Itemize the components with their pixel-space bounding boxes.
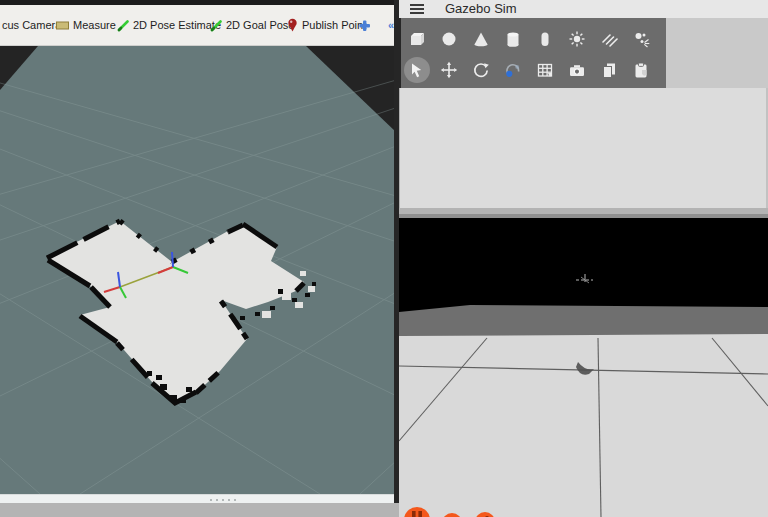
cone-tool-button[interactable] [471,29,491,49]
gazebo-toolbar [401,18,666,88]
sun-icon [567,29,587,49]
focus-camera-label: cus Camera [2,19,61,31]
shape-tools-row [407,29,651,49]
screenshot-tool-button[interactable] [567,60,587,80]
rviz-toolbar: cus Camera Measure 2D Pose Estimate 2D G… [0,5,397,46]
directional-light-button[interactable] [599,29,619,49]
measure-button[interactable]: Measure [56,5,116,45]
goal-pose-button[interactable]: 2D Goal Pose [209,5,294,45]
gazebo-panel-divider[interactable] [399,208,768,218]
hamburger-icon[interactable] [410,4,424,14]
pause-icon [412,511,416,517]
view-angle-tool-button[interactable] [503,60,523,80]
rotate-tool-button[interactable] [471,60,491,80]
pose-estimate-label: 2D Pose Estimate [133,19,221,31]
gazebo-empty-panel [399,88,768,208]
green-arrow-icon [116,19,129,32]
goal-pose-label: 2D Goal Pose [226,19,294,31]
capsule-tool-button[interactable] [535,29,555,49]
camera-icon [567,60,587,80]
sphere-icon [439,29,459,49]
paste-tool-button[interactable] [631,60,651,80]
grid-tool-button[interactable] [535,60,555,80]
resize-handle[interactable] [210,499,238,501]
gazebo-title: Gazebo Sim [445,1,517,16]
spot-light-icon [631,29,651,49]
directional-light-icon [599,29,619,49]
select-tool-button[interactable] [407,60,427,80]
window-background [0,503,397,517]
green-arrow-icon [209,19,222,32]
grid-icon [535,60,555,80]
transform-tools-row [407,60,651,80]
cursor-icon [407,60,427,80]
sphere-tool-button[interactable] [439,29,459,49]
rviz-3d-viewport[interactable] [0,46,397,494]
capsule-icon [535,29,555,49]
point-light-button[interactable] [567,29,587,49]
spot-light-button[interactable] [631,29,651,49]
gazebo-scene-canvas [399,218,768,517]
measure-icon [56,21,69,30]
measure-label: Measure [73,19,116,31]
focus-camera-button[interactable]: cus Camera [2,5,61,45]
map-pin-icon [287,18,298,32]
pose-estimate-button[interactable]: 2D Pose Estimate [116,5,221,45]
orbit-icon [503,60,523,80]
move-icon [439,60,459,80]
gazebo-3d-viewport[interactable] [399,218,768,517]
pause-icon [418,511,422,517]
plus-icon [358,19,371,32]
desktop: cus Camera Measure 2D Pose Estimate 2D G… [0,0,768,517]
box-icon [407,29,427,49]
paste-icon [631,60,651,80]
rviz-scene-canvas [0,46,397,494]
ground-platform-edge [399,305,768,336]
translate-tool-button[interactable] [439,60,459,80]
cylinder-icon [503,29,523,49]
rotate-icon [471,60,491,80]
publish-point-button[interactable]: Publish Point [287,5,366,45]
gazebo-header: Gazebo Sim [399,0,768,18]
cylinder-tool-button[interactable] [503,29,523,49]
copy-tool-button[interactable] [599,60,619,80]
publish-point-label: Publish Point [302,19,366,31]
add-tool-button[interactable] [358,5,371,45]
cone-icon [471,29,491,49]
copy-icon [599,60,619,80]
gazebo-toolbar-filler [666,18,768,88]
box-tool-button[interactable] [407,29,427,49]
